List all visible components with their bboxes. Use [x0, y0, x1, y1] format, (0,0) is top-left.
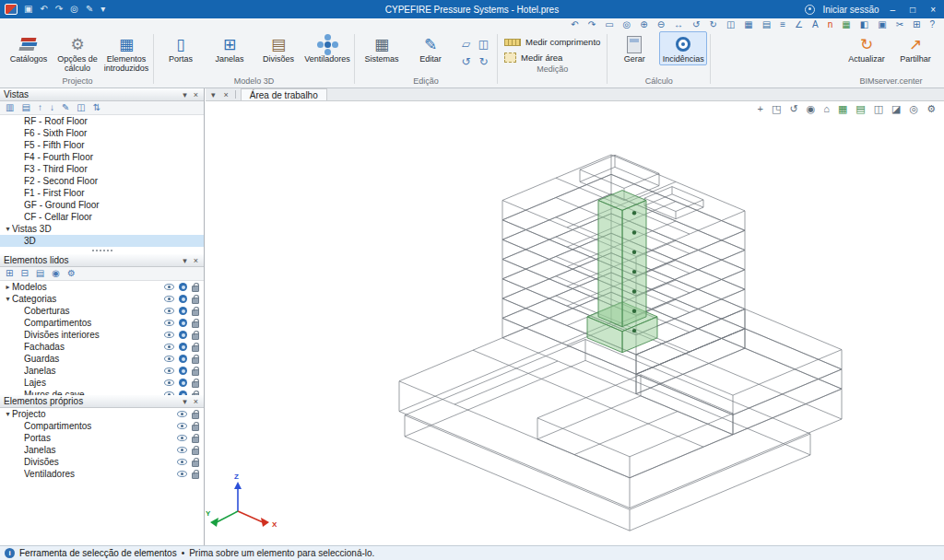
- building-3d-model[interactable]: ZXY: [206, 101, 944, 545]
- panel-tool-icon[interactable]: ⚙: [67, 269, 76, 278]
- model-canvas[interactable]: +◳↺◉⌂▦▤◫◪◎⚙ ZXY: [206, 101, 944, 545]
- visibility-eye-icon[interactable]: [164, 296, 174, 302]
- lock-icon[interactable]: [192, 449, 199, 455]
- view-tool-icon[interactable]: ◫: [874, 104, 883, 114]
- window-control-button[interactable]: ×: [926, 5, 939, 15]
- ribbon-tool-icon[interactable]: ▣: [878, 20, 886, 29]
- panel-tool-icon[interactable]: ⊞: [6, 269, 13, 278]
- lock-icon[interactable]: [192, 357, 199, 364]
- lock-icon[interactable]: [192, 321, 199, 328]
- actualizar-button[interactable]: ↻ Actualizar: [843, 31, 891, 65]
- view-item[interactable]: F3 - Third Floor: [0, 163, 204, 175]
- ribbon-tool-icon[interactable]: ≡: [780, 20, 785, 29]
- quick-access-icon[interactable]: ↷: [55, 5, 63, 14]
- tab-collapse-icon[interactable]: ▾: [209, 90, 218, 99]
- view-tool-icon[interactable]: ◳: [772, 104, 781, 114]
- panel-tool-icon[interactable]: ▥: [6, 103, 14, 112]
- ventiladores-button[interactable]: Ventiladores: [303, 31, 351, 65]
- quick-access-icon[interactable]: ✎: [86, 5, 93, 14]
- view-tool-icon[interactable]: ▦: [838, 104, 847, 114]
- config-gear-icon[interactable]: [179, 355, 187, 363]
- quick-access-icon[interactable]: ▣: [24, 5, 32, 14]
- view-tool-icon[interactable]: ▤: [856, 104, 865, 114]
- view-tool-icon[interactable]: ↺: [789, 104, 797, 114]
- config-gear-icon[interactable]: [179, 367, 187, 375]
- view-tool-icon[interactable]: ◎: [910, 104, 919, 114]
- expand-arrow-icon[interactable]: ▸: [4, 283, 12, 291]
- visibility-eye-icon[interactable]: [164, 284, 174, 290]
- ribbon-tool-icon[interactable]: ∠: [795, 20, 803, 29]
- elementos-introduzidos-button[interactable]: ▦ Elementos introduzidos: [102, 31, 150, 75]
- panel-tool-icon[interactable]: ◉: [52, 269, 60, 278]
- ribbon-tool-icon[interactable]: ↔: [674, 20, 683, 29]
- catalogos-button[interactable]: Catálogos: [5, 31, 53, 65]
- view-item[interactable]: CF - Cellar Floor: [0, 211, 204, 223]
- partilhar-button[interactable]: ↗ Partilhar: [891, 31, 939, 65]
- expand-arrow-icon[interactable]: ▾: [4, 410, 12, 418]
- config-gear-icon[interactable]: [179, 343, 187, 351]
- expand-arrow-icon[interactable]: ▾: [4, 295, 12, 303]
- tree-item[interactable]: Guardas: [0, 353, 204, 365]
- ribbon-tool-icon[interactable]: ⊖: [657, 20, 665, 29]
- tree-item[interactable]: Divisões: [0, 456, 204, 468]
- ribbon-tool-icon[interactable]: ?: [929, 20, 935, 29]
- lock-icon[interactable]: [192, 333, 199, 340]
- view-tool-icon[interactable]: +: [758, 104, 763, 114]
- view-item[interactable]: F4 - Fourth Floor: [0, 151, 204, 163]
- visibility-eye-icon[interactable]: [164, 379, 174, 386]
- user-avatar-icon[interactable]: [805, 5, 815, 15]
- visibility-eye-icon[interactable]: [164, 391, 174, 395]
- close-panel-icon[interactable]: ×: [192, 256, 200, 265]
- opcoes-calculo-button[interactable]: ⚙ Opções de cálculo: [53, 31, 101, 75]
- view-item[interactable]: F5 - Fifth Floor: [0, 139, 204, 151]
- config-gear-icon[interactable]: [179, 379, 187, 387]
- close-panel-icon[interactable]: ×: [192, 397, 200, 406]
- view-tool-icon[interactable]: ◉: [807, 104, 816, 114]
- view-item[interactable]: F1 - First Floor: [0, 187, 204, 199]
- ribbon-tool-icon[interactable]: ▭: [605, 20, 613, 29]
- visibility-eye-icon[interactable]: [177, 471, 187, 477]
- close-panel-icon[interactable]: ×: [192, 90, 200, 99]
- medir-comprimento-button[interactable]: Medir comprimento: [501, 36, 604, 48]
- panel-tool-icon[interactable]: ▤: [36, 269, 44, 278]
- tree-item[interactable]: Lajes: [0, 377, 204, 389]
- config-gear-icon[interactable]: [179, 331, 187, 339]
- config-gear-icon[interactable]: [179, 391, 187, 395]
- gerar-button[interactable]: Gerar: [610, 31, 658, 65]
- edit-tool-icon[interactable]: ▱: [458, 36, 474, 52]
- ribbon-tool-icon[interactable]: n: [828, 20, 833, 29]
- tree-item[interactable]: ▾ Categorias: [0, 293, 204, 305]
- visibility-eye-icon[interactable]: [164, 332, 174, 338]
- lock-icon[interactable]: [192, 309, 199, 316]
- lock-icon[interactable]: [192, 345, 199, 352]
- sistemas-button[interactable]: ▦ Sistemas: [358, 31, 406, 65]
- janelas-button[interactable]: ⊞ Janelas: [206, 31, 254, 65]
- tree-item[interactable]: Compartimentos: [0, 420, 204, 432]
- panel-tool-icon[interactable]: ⇅: [93, 103, 100, 112]
- collapse-panel-icon[interactable]: ▾: [181, 397, 189, 406]
- collapse-panel-icon[interactable]: ▾: [181, 256, 189, 265]
- visibility-eye-icon[interactable]: [177, 411, 187, 417]
- visibility-eye-icon[interactable]: [164, 368, 174, 374]
- view-tool-icon[interactable]: ⌂: [823, 104, 830, 114]
- config-gear-icon[interactable]: [179, 295, 187, 303]
- config-gear-icon[interactable]: [179, 319, 187, 327]
- lock-icon[interactable]: [192, 437, 199, 443]
- tree-item[interactable]: Portas: [0, 432, 204, 444]
- ribbon-tool-icon[interactable]: ◎: [623, 20, 631, 29]
- ribbon-tool-icon[interactable]: ⊞: [913, 20, 920, 29]
- visibility-eye-icon[interactable]: [177, 435, 187, 441]
- ribbon-tool-icon[interactable]: ◧: [860, 20, 868, 29]
- tree-item[interactable]: Ventiladores: [0, 468, 204, 480]
- lock-icon[interactable]: [192, 381, 199, 388]
- visibility-eye-icon[interactable]: [177, 459, 187, 465]
- visibility-eye-icon[interactable]: [177, 447, 187, 453]
- lock-icon[interactable]: [192, 413, 199, 419]
- view-item[interactable]: GF - Ground Floor: [0, 199, 204, 211]
- panel-resize-handle[interactable]: [0, 247, 204, 254]
- tree-item[interactable]: Coberturas: [0, 305, 204, 317]
- view-item[interactable]: F2 - Second Floor: [0, 175, 204, 187]
- visibility-eye-icon[interactable]: [164, 308, 174, 314]
- tab-close-icon[interactable]: ×: [222, 90, 230, 99]
- tree-item[interactable]: Fachadas: [0, 341, 204, 353]
